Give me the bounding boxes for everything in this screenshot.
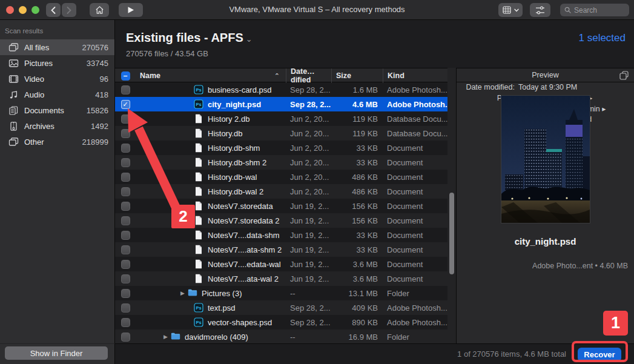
doc-file-icon bbox=[194, 230, 203, 240]
sidebar-item-video[interactable]: Video96 bbox=[0, 71, 114, 87]
table-row[interactable]: ▶Pictures (3)--13.1 MBFolder bbox=[115, 286, 447, 300]
all-files-icon bbox=[8, 42, 19, 53]
file-date: Jun 19, 2... bbox=[286, 260, 331, 269]
file-date: -- bbox=[286, 289, 331, 298]
file-name: NotesV7.storedata bbox=[208, 202, 273, 211]
main-panel: Existing files - APFS⌄ 270576 files / 43… bbox=[115, 20, 634, 343]
table-row[interactable]: Psvector-shapes.psdSep 28, 2...890 KBAdo… bbox=[115, 315, 447, 329]
sidebar-item-label: Video bbox=[24, 74, 94, 84]
row-checkbox[interactable] bbox=[121, 289, 130, 298]
sidebar-item-count: 418 bbox=[95, 90, 108, 99]
file-kind: Document bbox=[383, 158, 447, 167]
file-date: Jun 19, 2... bbox=[286, 245, 331, 254]
preview-image bbox=[501, 96, 590, 223]
file-date: -- bbox=[286, 333, 331, 342]
column-header-date[interactable]: Date…dified bbox=[286, 68, 331, 83]
file-name: davidmorelo (409) bbox=[185, 333, 248, 342]
svg-text:Ps: Ps bbox=[196, 102, 201, 107]
sidebar-item-all-files[interactable]: All files270576 bbox=[0, 39, 114, 55]
row-checkbox[interactable] bbox=[121, 114, 130, 124]
scrollbar-thumb[interactable] bbox=[449, 193, 454, 274]
preview-header: Preview bbox=[457, 68, 634, 82]
row-checkbox[interactable] bbox=[121, 231, 130, 240]
open-preview-window-icon[interactable] bbox=[619, 71, 629, 81]
date-modified-label: Date modified: bbox=[457, 82, 515, 93]
date-modified-value: Today at 9:30 PM bbox=[518, 82, 619, 93]
doc-file-icon bbox=[194, 172, 203, 182]
file-kind: Adobe Photosh... bbox=[383, 85, 447, 94]
table-row[interactable]: NotesV7.storedata 2Jun 19, 2...156 KBDoc… bbox=[115, 213, 447, 228]
annotation-step-1-badge: 1 bbox=[603, 311, 628, 336]
sidebar-item-audio[interactable]: Audio418 bbox=[0, 87, 114, 102]
column-header-name[interactable]: Name ⌃ bbox=[136, 68, 286, 83]
table-scrollbar[interactable] bbox=[447, 68, 456, 343]
sidebar: Scan results All files270576Pictures3374… bbox=[0, 20, 115, 343]
sidebar-item-archives[interactable]: Archives1492 bbox=[0, 118, 114, 134]
row-checkbox[interactable] bbox=[121, 158, 130, 167]
row-checkbox[interactable] bbox=[121, 85, 130, 94]
sidebar-item-count: 15826 bbox=[87, 106, 108, 115]
select-all-checkbox[interactable]: – bbox=[121, 71, 130, 81]
row-checkbox[interactable]: ✓ bbox=[121, 100, 130, 109]
file-date: Jun 2, 20... bbox=[286, 173, 331, 182]
table-row[interactable]: History.dbJun 2, 20...119 KBDatabase Doc… bbox=[115, 126, 447, 141]
folder-file-icon bbox=[171, 332, 180, 342]
table-row[interactable]: NotesV7.storedataJun 19, 2...156 KBDocum… bbox=[115, 199, 447, 213]
row-checkbox[interactable] bbox=[121, 187, 130, 196]
row-checkbox[interactable] bbox=[121, 173, 130, 182]
file-date: Sep 28, 2... bbox=[286, 85, 331, 94]
preview-panel: Preview bbox=[457, 68, 634, 343]
psd-file-icon: Ps bbox=[194, 85, 203, 94]
row-checkbox[interactable] bbox=[121, 333, 130, 342]
table-row[interactable]: NotesV7....data-shmJun 19, 2...33 KBDocu… bbox=[115, 228, 447, 242]
row-checkbox[interactable] bbox=[121, 129, 130, 138]
disclosure-triangle-icon[interactable]: ▶ bbox=[163, 334, 171, 340]
column-header-size[interactable]: Size bbox=[331, 68, 383, 83]
table-row[interactable]: ▶davidmorelo (409)--16.9 MBFolder bbox=[115, 329, 447, 343]
file-size: 3.6 MB bbox=[331, 274, 383, 283]
table-row[interactable]: Psbusiness-card.psdSep 28, 2...1.6 MBAdo… bbox=[115, 82, 447, 97]
row-checkbox[interactable] bbox=[121, 202, 130, 211]
table-row[interactable]: ✓Pscity_night.psdSep 28, 2...4.6 MBAdobe… bbox=[115, 97, 447, 111]
file-kind: Document bbox=[383, 231, 447, 240]
psd-file-icon: Ps bbox=[194, 303, 203, 313]
search-icon bbox=[564, 7, 571, 13]
table-row[interactable]: History 2.dbJun 2, 20...119 KBDatabase D… bbox=[115, 111, 447, 126]
table-row[interactable]: NotesV7....ata-shm 2Jun 19, 2...33 KBDoc… bbox=[115, 242, 447, 257]
file-kind: Database Docu... bbox=[383, 114, 447, 124]
show-in-finder-button[interactable]: Show in Finder bbox=[5, 346, 108, 360]
filter-button[interactable] bbox=[530, 3, 550, 17]
search-placeholder: Search bbox=[574, 6, 597, 15]
sidebar-item-documents[interactable]: Documents15826 bbox=[0, 102, 114, 118]
table-row[interactable]: History.db-shmJun 2, 20...33 KBDocument bbox=[115, 141, 447, 155]
table-row[interactable]: Pstext.psdSep 28, 2...409 KBAdobe Photos… bbox=[115, 300, 447, 315]
sidebar-item-other[interactable]: Other218999 bbox=[0, 134, 114, 150]
row-checkbox[interactable] bbox=[121, 260, 130, 269]
sidebar-item-count: 1492 bbox=[91, 122, 108, 131]
row-checkbox[interactable] bbox=[121, 144, 130, 153]
table-row[interactable]: History.db-walJun 2, 20...486 KBDocument bbox=[115, 170, 447, 184]
table-row[interactable]: NotesV7....ata-wal 2Jun 19, 2...3.6 MBDo… bbox=[115, 271, 447, 286]
file-size: 486 KB bbox=[331, 187, 383, 196]
file-kind: Document bbox=[383, 245, 447, 254]
view-mode-button[interactable] bbox=[498, 3, 523, 17]
sidebar-item-label: Documents bbox=[24, 106, 81, 115]
row-checkbox[interactable] bbox=[121, 216, 130, 225]
table-row[interactable]: History.db-wal 2Jun 2, 20...486 KBDocume… bbox=[115, 184, 447, 199]
disclosure-triangle-icon[interactable]: ▶ bbox=[180, 290, 188, 296]
table-row[interactable]: History.db-shm 2Jun 2, 20...33 KBDocumen… bbox=[115, 155, 447, 170]
sidebar-item-pictures[interactable]: Pictures33745 bbox=[0, 55, 114, 71]
column-header-kind[interactable]: Kind bbox=[383, 68, 447, 83]
search-input[interactable]: Search bbox=[560, 4, 629, 16]
file-table: – Name ⌃ Date…dified Size Kind Psbusines… bbox=[115, 68, 447, 343]
file-name: NotesV7....edata-wal bbox=[208, 260, 281, 269]
row-checkbox[interactable] bbox=[121, 303, 130, 313]
table-row[interactable]: NotesV7....edata-walJun 19, 2...3.6 MBDo… bbox=[115, 257, 447, 271]
page-subtitle: 270576 files / 43.54 GB bbox=[126, 49, 208, 58]
row-checkbox[interactable] bbox=[121, 318, 130, 327]
row-checkbox[interactable] bbox=[121, 245, 130, 254]
page-title[interactable]: Existing files - APFS⌄ bbox=[126, 31, 253, 45]
file-name: History.db-wal 2 bbox=[208, 187, 263, 196]
sliders-icon bbox=[535, 6, 545, 15]
row-checkbox[interactable] bbox=[121, 274, 130, 283]
